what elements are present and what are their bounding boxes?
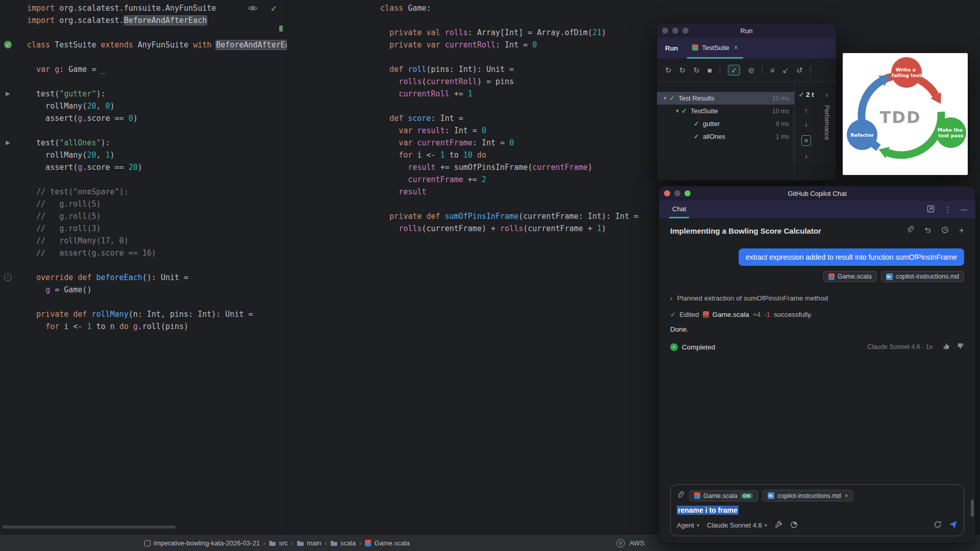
tools-icon[interactable] (775, 521, 782, 530)
console-options-icon[interactable]: ≡ (801, 135, 812, 146)
show-passed-icon[interactable]: ✓ (728, 65, 741, 76)
chip-close-icon[interactable]: × (845, 492, 849, 499)
horizontal-scrollbar[interactable] (2, 525, 176, 529)
test-tree-row[interactable]: ▾✓Test Results10 ms (657, 92, 794, 105)
next-test-icon[interactable]: ↓ (804, 120, 808, 128)
code-line[interactable]: // rollMany(17, 0) (27, 235, 286, 247)
context-chip[interactable]: M↓copilot-instructions.md× (763, 490, 853, 502)
code-line[interactable] (27, 124, 286, 137)
send-button[interactable] (948, 520, 958, 531)
chat-scrollbar[interactable] (971, 499, 974, 517)
run-class-passed-gutter-icon[interactable]: ✓ (4, 41, 12, 48)
reader-mode-eye-icon[interactable] (248, 5, 257, 13)
context-chip[interactable]: Game.scala (823, 271, 877, 282)
tab-testsuite[interactable]: TestSuite × (687, 38, 743, 59)
code-line[interactable] (27, 76, 286, 88)
chat-input-field[interactable]: rename i to frame (677, 506, 958, 514)
code-line[interactable]: override def beforeEach(): Unit = (27, 271, 286, 284)
code-line[interactable] (27, 296, 286, 308)
code-line[interactable]: class TestSuite extends AnyFunSuite with… (27, 39, 286, 51)
undo-icon[interactable] (924, 226, 932, 235)
rerun-icon[interactable]: ↻ (665, 66, 672, 74)
tab-chat[interactable]: Chat (669, 201, 689, 218)
status-e-icon[interactable]: e (617, 539, 625, 547)
code-line[interactable] (27, 51, 286, 63)
new-chat-icon[interactable]: + (959, 226, 964, 235)
breadcrumb-item[interactable]: imperative-bowling-kata-2026-03-21 (144, 539, 260, 547)
code-line[interactable]: var g: Game = _ (27, 63, 286, 76)
expand-panel-icon[interactable]: › (805, 152, 807, 160)
editor-pane-testsuite[interactable]: import org.scalatest.funsuite.AnyFunSuit… (0, 0, 286, 534)
collapse-panel-icon[interactable]: ‹ (826, 91, 828, 99)
usage-quota-icon[interactable] (790, 521, 798, 530)
code-line[interactable]: assert(g.score == 0) (27, 112, 286, 124)
run-window-titlebar[interactable]: Run (657, 23, 836, 38)
zoom-window-button[interactable] (682, 28, 689, 34)
chat-scroll-area[interactable]: Implementing a Bowling Score Calculator … (659, 219, 975, 543)
minimize-window-button[interactable] (674, 190, 680, 196)
chat-input-box[interactable]: Game.scalaONM↓copilot-instructions.md× r… (670, 484, 964, 536)
code-line[interactable]: assert(g.score == 20) (27, 161, 286, 173)
code-line[interactable] (27, 259, 286, 271)
navigate-with-single-click-icon[interactable]: ↙ (782, 66, 789, 74)
breadcrumb-item[interactable]: Game.scala (365, 539, 409, 547)
tab-performance[interactable]: Performance (823, 105, 830, 140)
stop-icon[interactable]: ■ (707, 66, 712, 74)
breadcrumb-item[interactable]: src (269, 539, 287, 547)
run-test-gutter-icon[interactable]: ▶ (4, 139, 12, 146)
code-line[interactable]: for i <- 1 to n do g.roll(pins) (27, 320, 286, 333)
inspections-ok-icon[interactable]: ✓ (271, 4, 277, 13)
code-line[interactable]: g = Game() (27, 284, 286, 296)
close-tab-icon[interactable]: × (734, 43, 738, 52)
testsuite-code[interactable]: import org.scalatest.funsuite.AnyFunSuit… (0, 0, 286, 333)
rerun-prompt-icon[interactable] (934, 520, 942, 530)
plan-collapsible-row[interactable]: › Planned extraction of sumOfPinsInFrame… (670, 294, 964, 302)
thumbs-up-icon[interactable] (943, 342, 950, 352)
code-line[interactable]: // test("oneSpare"): (27, 186, 286, 198)
previous-test-icon[interactable]: ↑ (804, 107, 808, 115)
code-line[interactable]: // g.roll(5) (27, 198, 286, 210)
history-icon[interactable] (941, 226, 949, 235)
minimize-window-button[interactable] (672, 28, 678, 34)
expand-chevron-icon[interactable]: ▾ (673, 108, 681, 114)
attach-context-icon[interactable] (906, 226, 914, 235)
context-chip[interactable]: Game.scalaON (689, 490, 758, 502)
expand-chevron-icon[interactable]: ▾ (661, 95, 669, 102)
code-line[interactable]: test("allOnes"): (27, 137, 286, 149)
copilot-titlebar[interactable]: GitHub Copilot Chat (659, 186, 975, 201)
model-selector[interactable]: Claude Sonnet 4.6▾ (707, 521, 767, 529)
code-line[interactable]: // g.roll(3) (27, 222, 286, 235)
code-line[interactable]: class Game: (380, 2, 980, 14)
breadcrumb-item[interactable]: main (297, 539, 321, 547)
rerun-failed-icon[interactable]: ↻ (679, 66, 686, 74)
code-line[interactable]: import org.scalatest.BeforeAndAfterEach (27, 14, 286, 27)
toolwindow-label[interactable]: Run (657, 44, 687, 52)
code-line[interactable]: private def rollMany(n: Int, pins: Int):… (27, 308, 286, 320)
code-line[interactable] (27, 27, 286, 39)
test-history-icon[interactable]: ↺ (796, 66, 803, 74)
code-line[interactable]: rollMany(20, 0) (27, 100, 286, 112)
test-tree-row[interactable]: ✓gutter9 ms (657, 117, 794, 130)
chip-on-badge[interactable]: ON (741, 493, 753, 499)
run-test-gutter-icon[interactable]: ▶ (4, 90, 12, 97)
more-options-kebab-icon[interactable]: ⋮ (944, 205, 951, 214)
thumbs-down-icon[interactable] (957, 342, 964, 352)
close-window-button[interactable] (664, 190, 670, 196)
edited-file-row[interactable]: ✓ Edited Game.scala +4 -1 successfully. (670, 310, 964, 318)
zoom-window-button[interactable] (684, 190, 691, 196)
code-line[interactable]: test("gutter"): (27, 88, 286, 100)
close-window-button[interactable] (662, 28, 668, 34)
code-line[interactable]: // g.roll(5) (27, 210, 286, 222)
code-line[interactable]: import org.scalatest.funsuite.AnyFunSuit… (27, 2, 286, 14)
expand-all-icon[interactable]: ≡ (770, 66, 775, 74)
hide-window-icon[interactable]: — (961, 206, 967, 213)
auto-test-icon[interactable]: ↻ (693, 66, 700, 74)
mode-selector[interactable]: Agent▾ (677, 521, 699, 529)
code-line[interactable]: // assert(g.score == 16) (27, 247, 286, 259)
breadcrumb-item[interactable]: scala (331, 539, 356, 547)
show-ignored-icon[interactable]: ⊘ (748, 66, 754, 74)
attach-paperclip-icon[interactable] (677, 491, 684, 500)
aws-status-label[interactable]: AWS: (629, 539, 646, 547)
overridden-method-gutter-icon[interactable]: ↑ (4, 273, 12, 281)
test-tree-row[interactable]: ✓allOnes1 ms (657, 130, 794, 143)
